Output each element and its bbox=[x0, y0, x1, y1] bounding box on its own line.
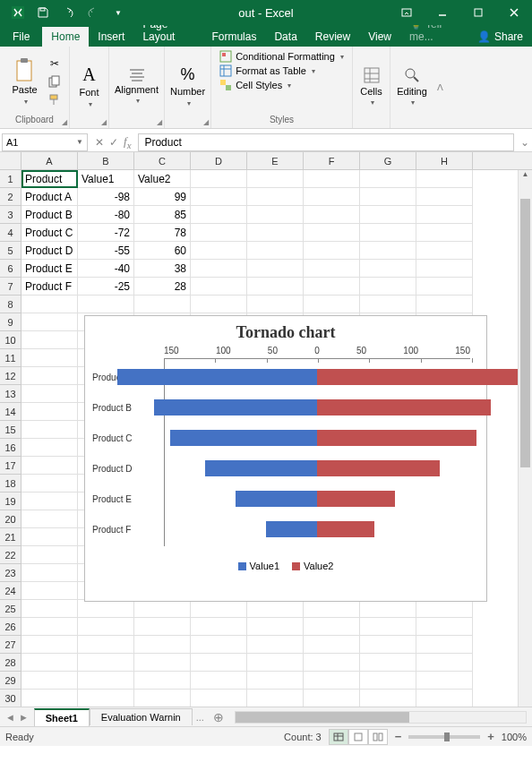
row-header[interactable]: 18 bbox=[0, 475, 21, 493]
chart-bar[interactable] bbox=[236, 491, 317, 507]
formula-input[interactable]: Product bbox=[138, 133, 514, 151]
cell[interactable] bbox=[191, 170, 247, 188]
cell[interactable] bbox=[304, 188, 360, 206]
row-header[interactable]: 1 bbox=[0, 170, 21, 188]
sheet-tabs-more-icon[interactable]: ... bbox=[193, 712, 208, 723]
collapse-ribbon-icon[interactable]: ᐱ bbox=[433, 47, 446, 128]
cell[interactable] bbox=[21, 457, 78, 475]
cells-group-button[interactable]: Cells▾ bbox=[354, 57, 390, 116]
cell[interactable] bbox=[360, 636, 416, 654]
chart-bar[interactable] bbox=[317, 369, 519, 385]
minimize-icon[interactable] bbox=[425, 0, 460, 25]
chart-bar[interactable] bbox=[317, 491, 395, 507]
redo-icon[interactable] bbox=[82, 2, 104, 23]
chart-bar[interactable] bbox=[317, 460, 440, 476]
cell[interactable] bbox=[78, 600, 134, 618]
cell[interactable] bbox=[416, 672, 473, 690]
cell[interactable] bbox=[416, 260, 473, 278]
share-button[interactable]: 👤Share bbox=[468, 27, 532, 47]
row-header[interactable]: 20 bbox=[0, 510, 21, 528]
row-header[interactable]: 29 bbox=[0, 672, 21, 690]
cell[interactable] bbox=[360, 654, 416, 672]
row-header[interactable]: 15 bbox=[0, 421, 21, 439]
cell[interactable] bbox=[21, 690, 78, 707]
cell[interactable] bbox=[247, 242, 304, 260]
cell[interactable] bbox=[360, 690, 416, 707]
cell[interactable] bbox=[304, 636, 360, 654]
cell[interactable] bbox=[134, 654, 191, 672]
chart-bar[interactable] bbox=[154, 399, 317, 415]
cell[interactable] bbox=[21, 510, 78, 528]
horizontal-scrollbar[interactable] bbox=[235, 711, 527, 724]
cell[interactable] bbox=[21, 528, 78, 546]
cell[interactable] bbox=[21, 349, 78, 367]
row-header[interactable]: 7 bbox=[0, 278, 21, 296]
tab-view[interactable]: View bbox=[359, 27, 400, 47]
cell[interactable]: Product C bbox=[21, 224, 78, 242]
font-group-button[interactable]: AFont▾ bbox=[72, 57, 107, 116]
cell[interactable] bbox=[360, 278, 416, 296]
row-header[interactable]: 28 bbox=[0, 654, 21, 672]
select-all-corner[interactable] bbox=[0, 152, 21, 169]
name-box[interactable]: A1 ▼ bbox=[2, 133, 88, 151]
cell[interactable] bbox=[191, 618, 247, 636]
cell[interactable]: 38 bbox=[134, 260, 191, 278]
cell[interactable] bbox=[191, 672, 247, 690]
row-header[interactable]: 21 bbox=[0, 528, 21, 546]
sheet-tab-eval-warning[interactable]: Evaluation Warnin bbox=[90, 708, 193, 725]
cell[interactable] bbox=[360, 188, 416, 206]
paste-button[interactable]: Paste ▾ bbox=[7, 52, 43, 111]
cell[interactable] bbox=[21, 313, 78, 331]
tab-formulas[interactable]: Formulas bbox=[202, 27, 265, 47]
row-header[interactable]: 14 bbox=[0, 403, 21, 421]
chart-bar[interactable] bbox=[317, 399, 491, 415]
cell[interactable] bbox=[78, 690, 134, 707]
chart-bar[interactable] bbox=[317, 430, 476, 446]
row-header[interactable]: 24 bbox=[0, 582, 21, 600]
cell[interactable] bbox=[304, 242, 360, 260]
cell[interactable] bbox=[134, 672, 191, 690]
tab-data[interactable]: Data bbox=[265, 27, 305, 47]
cell[interactable] bbox=[416, 188, 473, 206]
row-header[interactable]: 19 bbox=[0, 493, 21, 510]
cell[interactable]: Product E bbox=[21, 260, 78, 278]
cell[interactable] bbox=[21, 582, 78, 600]
row-header[interactable]: 13 bbox=[0, 385, 21, 403]
cell[interactable] bbox=[360, 242, 416, 260]
qat-customize-icon[interactable]: ▼ bbox=[107, 2, 129, 23]
cell[interactable]: 78 bbox=[134, 224, 191, 242]
cell[interactable]: 99 bbox=[134, 188, 191, 206]
chart-bar[interactable] bbox=[205, 460, 317, 476]
cell[interactable]: -80 bbox=[78, 206, 134, 224]
cell[interactable]: Value2 bbox=[134, 170, 191, 188]
name-box-dropdown-icon[interactable]: ▼ bbox=[76, 138, 83, 146]
cell[interactable] bbox=[360, 600, 416, 618]
normal-view-icon[interactable] bbox=[329, 729, 348, 745]
cell[interactable] bbox=[304, 296, 360, 313]
row-header[interactable]: 27 bbox=[0, 636, 21, 654]
column-header[interactable]: G bbox=[360, 152, 416, 169]
cell[interactable] bbox=[304, 278, 360, 296]
cell[interactable] bbox=[21, 546, 78, 564]
cell[interactable] bbox=[247, 600, 304, 618]
tab-review[interactable]: Review bbox=[306, 27, 359, 47]
cell[interactable] bbox=[416, 206, 473, 224]
row-header[interactable]: 2 bbox=[0, 188, 21, 206]
cell[interactable] bbox=[21, 618, 78, 636]
clipboard-launcher-icon[interactable]: ◢ bbox=[62, 118, 67, 126]
column-header[interactable]: A bbox=[21, 152, 78, 169]
cell[interactable] bbox=[304, 206, 360, 224]
copy-icon[interactable] bbox=[47, 73, 63, 90]
row-header[interactable]: 8 bbox=[0, 296, 21, 313]
cell[interactable]: -25 bbox=[78, 278, 134, 296]
sheet-tab-sheet1[interactable]: Sheet1 bbox=[34, 708, 90, 726]
save-icon[interactable] bbox=[32, 2, 54, 23]
column-header[interactable]: B bbox=[78, 152, 134, 169]
cell[interactable] bbox=[78, 672, 134, 690]
cell[interactable]: Product A bbox=[21, 188, 78, 206]
cell[interactable] bbox=[134, 600, 191, 618]
cell[interactable] bbox=[360, 296, 416, 313]
chart-bar[interactable] bbox=[317, 521, 374, 537]
cell[interactable]: Product B bbox=[21, 206, 78, 224]
column-header[interactable]: F bbox=[304, 152, 360, 169]
